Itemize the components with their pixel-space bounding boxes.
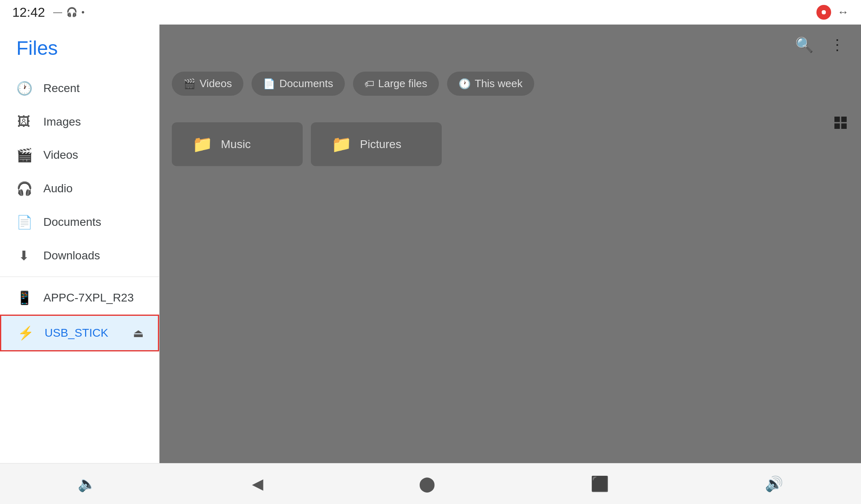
svg-rect-2 [834,124,840,129]
volume-up-button[interactable]: 🔊 [753,469,796,499]
chip-videos-label: Videos [200,77,232,90]
search-icon[interactable]: 🔍 [791,32,818,58]
chip-videos[interactable]: 🎬 Videos [172,72,243,96]
sidebar-label-downloads: Downloads [43,249,100,262]
svg-rect-3 [841,124,847,129]
chip-large-files-icon: 🏷 [364,78,374,90]
usb-icon: ⚡ [18,325,32,341]
resize-icon: ↔ [837,6,849,19]
back-button[interactable]: ◀ [240,469,276,499]
images-icon: 🖼 [16,114,31,129]
content-topbar: 🔍 ⋮ [160,25,861,65]
folder-pictures[interactable]: 📁 Pictures [311,122,442,166]
sidebar-item-videos[interactable]: 🎬 Videos [0,138,159,172]
chip-this-week-icon: 🕐 [459,78,471,90]
folder-pictures-icon: 📁 [331,135,352,154]
sidebar-divider [0,277,159,277]
sidebar-label-recent: Recent [43,82,80,95]
sidebar-label-documents: Documents [43,216,101,229]
sidebar-item-documents[interactable]: 📄 Documents [0,205,159,239]
chip-videos-icon: 🎬 [183,78,196,90]
signal-icon: — [53,7,62,18]
status-icons: — 🎧 • [53,7,85,18]
folder-pictures-label: Pictures [360,138,401,151]
svg-rect-0 [834,117,840,122]
chip-documents-icon: 📄 [263,78,275,90]
recent-icon: 🕐 [16,81,31,96]
status-bar: 12:42 — 🎧 • ⏺ ↔ [0,0,861,25]
folder-grid: 📁 Music 📁 Pictures [160,110,861,178]
volume-down-button[interactable]: 🔈 [65,469,108,499]
audio-icon: 🎧 [16,181,31,196]
view-toggle-button[interactable] [832,115,849,135]
content-area: 🔍 ⋮ 🎬 Videos 📄 Documents 🏷 Large files 🕐… [160,25,861,463]
sidebar-label-usb: USB_STICK [45,326,108,340]
filter-row: 🎬 Videos 📄 Documents 🏷 Large files 🕐 Thi… [160,65,861,102]
bottom-nav: 🔈 ◀ ⬤ ⬛ 🔊 [0,463,861,504]
chip-this-week-label: This week [475,77,523,90]
sidebar-item-usb-stick[interactable]: ⚡ USB_STICK ⏏ [0,315,159,351]
folder-music-label: Music [221,138,251,151]
sidebar-item-images[interactable]: 🖼 Images [0,105,159,138]
sidebar-label-images: Images [43,115,81,128]
sidebar-label-audio: Audio [43,182,73,195]
videos-icon: 🎬 [16,147,31,163]
home-button[interactable]: ⬤ [407,469,447,499]
stop-button[interactable]: ⬛ [578,469,621,499]
chip-large-files[interactable]: 🏷 Large files [353,72,439,96]
sidebar-item-appc[interactable]: 📱 APPC-7XPL_R23 [0,281,159,315]
sidebar-item-downloads[interactable]: ⬇ Downloads [0,239,159,272]
sidebar-title: Files [0,29,159,72]
right-status-icons: ⏺ ↔ [816,5,849,20]
folder-music[interactable]: 📁 Music [172,122,303,166]
device-icon: 📱 [16,290,31,306]
chip-documents-label: Documents [279,77,333,90]
sidebar-label-appc: APPC-7XPL_R23 [43,291,134,304]
downloads-icon: ⬇ [16,248,31,263]
sidebar-item-audio[interactable]: 🎧 Audio [0,172,159,205]
record-indicator: ⏺ [816,5,831,20]
svg-rect-1 [841,117,847,122]
sidebar-label-videos: Videos [43,148,78,162]
headphone-icon: 🎧 [66,7,77,18]
clock: 12:42 [12,5,45,20]
chip-large-files-label: Large files [378,77,427,90]
documents-icon: 📄 [16,214,31,230]
main-container: Files 🕐 Recent 🖼 Images 🎬 Videos 🎧 Audio… [0,25,861,463]
more-options-icon[interactable]: ⋮ [826,32,849,58]
chip-documents[interactable]: 📄 Documents [252,72,345,96]
sidebar: Files 🕐 Recent 🖼 Images 🎬 Videos 🎧 Audio… [0,25,160,463]
dot-indicator: • [81,7,85,18]
sidebar-item-recent[interactable]: 🕐 Recent [0,72,159,105]
folder-music-icon: 📁 [192,135,213,154]
chip-this-week[interactable]: 🕐 This week [447,72,534,96]
record-icon: ⏺ [821,9,827,16]
eject-icon[interactable]: ⏏ [133,326,144,340]
